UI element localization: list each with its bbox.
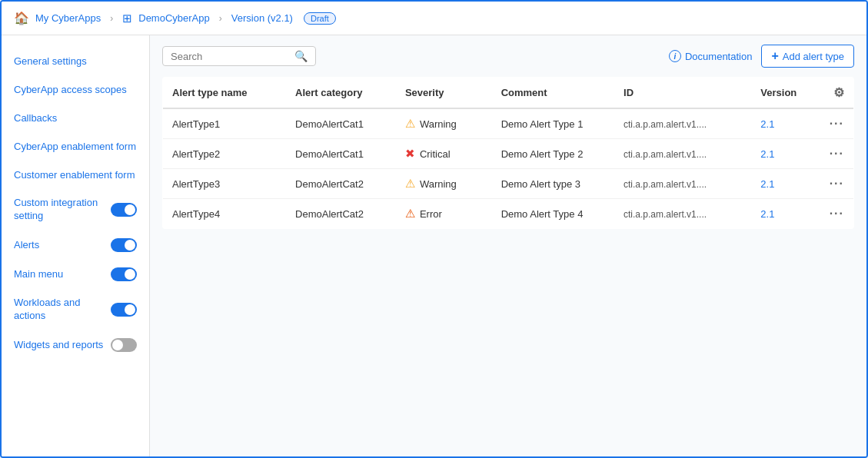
id-text: cti.a.p.am.alert.v1.... bbox=[624, 119, 707, 130]
cell-version: 2.1 bbox=[751, 199, 820, 229]
sidebar-label-widgets[interactable]: Widgets and reports bbox=[14, 339, 103, 352]
nav-app-icon: ⊞ bbox=[122, 12, 132, 25]
toolbar: 🔍 i Documentation + Add alert type bbox=[150, 35, 866, 77]
sidebar-label-cyberapp-enablement: CyberApp enablement form bbox=[14, 141, 136, 152]
nav-home-link[interactable]: My CyberApps bbox=[35, 12, 101, 24]
toggle-workloads[interactable] bbox=[111, 303, 137, 317]
cell-name: AlertType3 bbox=[163, 169, 287, 199]
cell-version: 2.1 bbox=[751, 169, 820, 199]
col-header-comment: Comment bbox=[492, 78, 614, 109]
body-layout: General settings CyberApp access scopes … bbox=[2, 35, 866, 456]
table-wrapper: Alert type name Alert category Severity … bbox=[150, 77, 866, 456]
sidebar-item-callbacks[interactable]: Callbacks bbox=[2, 105, 149, 133]
col-header-version: Version bbox=[751, 78, 820, 109]
toggle-custom-integration[interactable] bbox=[111, 203, 137, 217]
cell-severity: ⚠ Warning bbox=[396, 108, 492, 139]
cell-actions: ··· bbox=[820, 108, 854, 139]
sidebar-item-cyberapp-access[interactable]: CyberApp access scopes bbox=[2, 76, 149, 105]
table-row: AlertType4 DemoAlertCat2 ⚠ Error Demo Al… bbox=[163, 199, 854, 229]
search-input[interactable] bbox=[171, 51, 291, 62]
version-link[interactable]: 2.1 bbox=[760, 148, 774, 160]
sidebar-item-cyberapp-enablement[interactable]: CyberApp enablement form bbox=[2, 133, 149, 161]
nav-chevron-1: › bbox=[110, 13, 113, 24]
cell-name: AlertType2 bbox=[163, 139, 287, 169]
row-menu-button[interactable]: ··· bbox=[830, 177, 844, 190]
row-menu-button[interactable]: ··· bbox=[830, 117, 844, 130]
cell-id: cti.a.p.am.alert.v1.... bbox=[614, 169, 751, 199]
severity-label: Warning bbox=[420, 118, 457, 130]
sidebar-label-customer-enablement: Customer enablement form bbox=[14, 169, 135, 181]
doc-label: Documentation bbox=[685, 51, 752, 62]
col-header-severity: Severity bbox=[396, 78, 492, 109]
severity-label: Critical bbox=[420, 148, 451, 160]
table-row: AlertType3 DemoAlertCat2 ⚠ Warning Demo … bbox=[163, 169, 854, 199]
version-link[interactable]: 2.1 bbox=[760, 178, 774, 190]
app-wrapper: 🏠 My CyberApps › ⊞ DemoCyberApp › Versio… bbox=[0, 0, 868, 458]
sidebar-label-custom-integration[interactable]: Custom integration setting bbox=[14, 197, 111, 223]
sidebar-item-alerts: Alerts bbox=[2, 231, 149, 260]
top-nav: 🏠 My CyberApps › ⊞ DemoCyberApp › Versio… bbox=[2, 2, 866, 35]
main-content: 🔍 i Documentation + Add alert type bbox=[150, 35, 866, 456]
severity-label: Warning bbox=[420, 178, 457, 190]
cell-id: cti.a.p.am.alert.v1.... bbox=[614, 139, 751, 169]
col-header-id: ID bbox=[614, 78, 751, 109]
home-icon: 🏠 bbox=[14, 11, 29, 25]
nav-app-link[interactable]: DemoCyberApp bbox=[138, 12, 210, 24]
cell-severity: ✖ Critical bbox=[396, 139, 492, 169]
cell-comment: Demo Alert Type 4 bbox=[492, 199, 614, 229]
toolbar-right: i Documentation + Add alert type bbox=[669, 45, 854, 68]
severity-icon: ⚠ bbox=[405, 207, 415, 221]
cell-comment: Demo Alert Type 2 bbox=[492, 139, 614, 169]
cell-version: 2.1 bbox=[751, 139, 820, 169]
cell-category: DemoAlertCat1 bbox=[286, 139, 396, 169]
sidebar-item-workloads: Workloads and actions bbox=[2, 289, 149, 330]
sidebar-item-customer-enablement[interactable]: Customer enablement form bbox=[2, 161, 149, 190]
sidebar-label-alerts[interactable]: Alerts bbox=[14, 239, 39, 252]
sidebar-item-main-menu: Main menu bbox=[2, 260, 149, 289]
draft-badge: Draft bbox=[304, 12, 336, 25]
id-text: cti.a.p.am.alert.v1.... bbox=[624, 149, 707, 160]
search-box: 🔍 bbox=[162, 46, 316, 66]
nav-version-link[interactable]: Version (v2.1) bbox=[231, 12, 293, 24]
documentation-button[interactable]: i Documentation bbox=[669, 50, 752, 62]
row-menu-button[interactable]: ··· bbox=[830, 207, 844, 220]
table-row: AlertType1 DemoAlertCat1 ⚠ Warning Demo … bbox=[163, 108, 854, 139]
version-link[interactable]: 2.1 bbox=[760, 118, 774, 130]
cell-id: cti.a.p.am.alert.v1.... bbox=[614, 199, 751, 229]
cell-comment: Demo Alert Type 1 bbox=[492, 108, 614, 139]
add-label: Add alert type bbox=[783, 51, 844, 62]
search-icon: 🔍 bbox=[294, 50, 308, 62]
toggle-widgets[interactable] bbox=[111, 338, 137, 352]
info-icon: i bbox=[669, 50, 681, 62]
version-link[interactable]: 2.1 bbox=[760, 208, 774, 220]
cell-id: cti.a.p.am.alert.v1.... bbox=[614, 108, 751, 139]
add-alert-type-button[interactable]: + Add alert type bbox=[761, 45, 854, 68]
id-text: cti.a.p.am.alert.v1.... bbox=[624, 179, 707, 190]
cell-actions: ··· bbox=[820, 199, 854, 229]
cell-actions: ··· bbox=[820, 139, 854, 169]
sidebar-label-callbacks: Callbacks bbox=[14, 112, 57, 124]
toggle-alerts[interactable] bbox=[111, 238, 137, 252]
sidebar-label-main-menu[interactable]: Main menu bbox=[14, 268, 63, 281]
col-header-name: Alert type name bbox=[163, 78, 287, 109]
id-text: cti.a.p.am.alert.v1.... bbox=[624, 209, 707, 220]
cell-category: DemoAlertCat2 bbox=[286, 199, 396, 229]
sidebar-label-workloads[interactable]: Workloads and actions bbox=[14, 297, 111, 323]
toggle-main-menu[interactable] bbox=[111, 267, 137, 281]
severity-icon: ✖ bbox=[405, 147, 415, 161]
sidebar-label-general-settings: General settings bbox=[14, 55, 87, 67]
nav-chevron-2: › bbox=[219, 13, 222, 24]
alert-types-table: Alert type name Alert category Severity … bbox=[162, 77, 854, 229]
cell-version: 2.1 bbox=[751, 108, 820, 139]
severity-icon: ⚠ bbox=[405, 177, 415, 191]
cell-severity: ⚠ Error bbox=[396, 199, 492, 229]
sidebar-label-cyberapp-access: CyberApp access scopes bbox=[14, 84, 127, 95]
cell-category: DemoAlertCat2 bbox=[286, 169, 396, 199]
severity-icon: ⚠ bbox=[405, 117, 415, 131]
row-menu-button[interactable]: ··· bbox=[830, 147, 844, 160]
col-header-category: Alert category bbox=[286, 78, 396, 109]
cell-name: AlertType4 bbox=[163, 199, 287, 229]
settings-gear-icon[interactable]: ⚙ bbox=[833, 86, 844, 99]
sidebar-item-general-settings[interactable]: General settings bbox=[2, 48, 149, 76]
cell-actions: ··· bbox=[820, 169, 854, 199]
